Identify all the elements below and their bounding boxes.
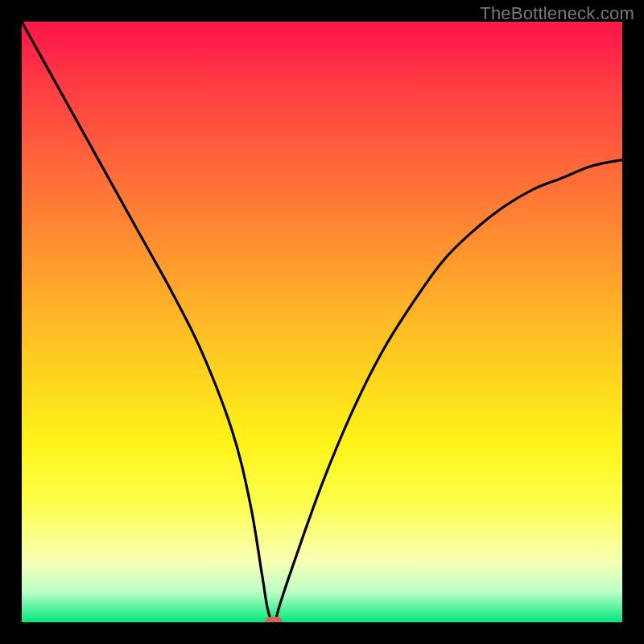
watermark-text: TheBottleneck.com	[480, 3, 634, 24]
chart-frame: TheBottleneck.com	[0, 0, 644, 644]
plot-area	[22, 22, 622, 622]
optimum-marker	[265, 617, 283, 622]
bottleneck-curve	[22, 22, 622, 622]
